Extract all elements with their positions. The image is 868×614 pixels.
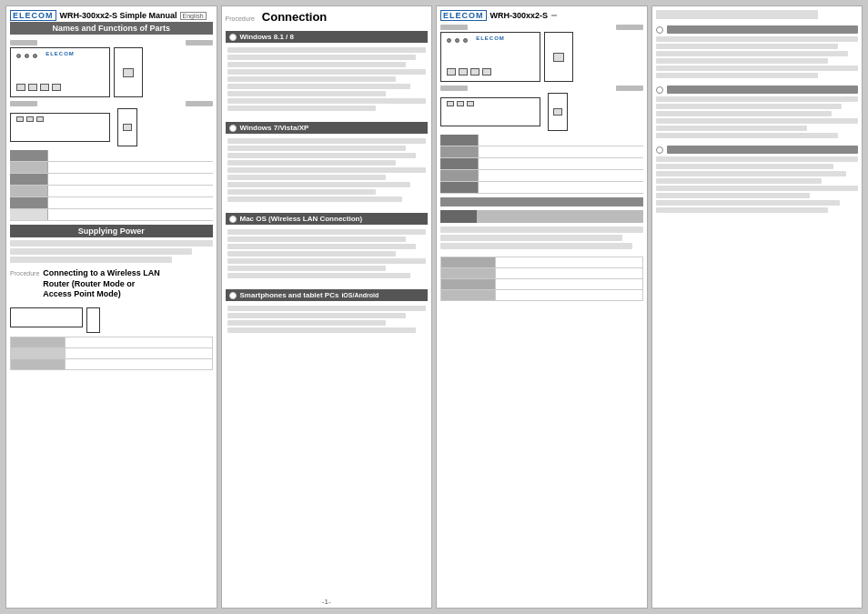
p3-separator-bar [440,197,643,206]
port-row-front [16,84,61,91]
p3-router-main-bottom [440,97,540,126]
p4-line-1-2 [656,44,838,49]
label-bottom-2 [186,101,213,106]
os-smartphone-header: Smartphones and tablet PCs iOS/Android [226,289,429,301]
mac-line-4 [227,251,397,257]
p4-content-3 [656,156,859,213]
bottom-diagram [10,307,213,333]
os-phone-label: Smartphones and tablet PCs [240,291,339,299]
small-row-3 [10,359,213,370]
p3-small-cell-right-1 [496,257,642,267]
mac-line-1 [227,229,427,235]
p3-port-1 [447,68,456,75]
page-number: -1- [322,598,331,606]
os-win8-dot [229,34,237,41]
bottom-port-1 [16,116,24,122]
small-row-2 [10,348,213,359]
router-main-front: ELECOM [10,47,110,97]
small-cell-left-2 [11,348,66,358]
small-cell-right-1 [66,337,212,347]
win7-line-1 [227,138,427,144]
win7-line-5 [227,167,427,173]
diagram-labels-top [10,40,213,45]
phone-line-3 [227,320,387,326]
p3-cell-left-5 [440,182,479,193]
p3-port-4 [482,68,491,75]
panel1-header: ELECOM WRH-300xx2-S Simple Manual Englis… [10,10,213,37]
p4-content-1 [656,36,859,82]
p3-small-cell-right-4 [496,290,642,300]
win7-line-3 [227,153,417,158]
model-text-3: WRH-300xx2-S [490,11,549,20]
model-badge-3 [551,15,557,16]
indicator-3 [33,54,37,58]
table-row-4 [10,186,213,197]
panel-right [651,5,863,609]
os-phone-sub: iOS/Android [341,292,378,298]
procedure-section: Procedure Connecting to a Wireless LAN R… [10,268,213,300]
os-win7-dot [229,125,237,132]
os-macos-header: Mac OS (Wireless LAN Connection) [226,213,429,225]
diagram-labels-bottom [10,101,213,106]
p3-side-port [553,53,564,62]
p3-small-cell-right-2 [496,268,642,278]
mac-line-6 [227,266,387,271]
procedure-title: Connecting to a Wireless LAN [43,268,159,279]
p3-side-connector [553,108,562,116]
connection-title: Connection [262,10,328,24]
p3-cell-left-3 [440,158,479,169]
p4-line-2-6 [656,133,838,138]
os-mac-dot [229,216,237,223]
os-macos-section: Mac OS (Wireless LAN Connection) [226,213,429,282]
supply-line-2 [10,248,192,255]
table-row-3 [10,174,213,186]
p3-label-bottom-1 [440,86,468,91]
router-bottom-diagram [10,108,213,146]
os-smartphone-section: Smartphones and tablet PCs iOS/Android [226,289,429,340]
mac-line-5 [227,258,427,264]
p3-parts-table [440,135,643,194]
os-windows7-section: Windows 7/Vista/XP [226,122,429,206]
p4-content-2 [656,96,859,142]
p3-router-side-bottom [548,93,568,131]
p3-bottom-port-3 [467,101,474,106]
win7-line-4 [227,160,397,166]
router-top-diagram: ELECOM [10,47,213,97]
p3-cell-right-4 [479,170,643,181]
cell-right-4 [48,186,213,196]
panel-wrh300-2: ELECOM WRH-300xx2-S ELECOM [436,5,648,609]
p3-table-row-3 [440,158,643,170]
p4-header-bar [656,10,818,19]
brand-row-1: ELECOM WRH-300xx2-S Simple Manual Englis… [10,10,213,21]
p3-line-2 [440,235,622,241]
cell-left-1 [10,150,48,161]
p3-table-row-1 [440,135,643,146]
procedure-subtitle2: Access Point Mode) [43,289,159,300]
label-front [10,40,37,45]
win7-line-9 [227,196,402,202]
win8-line-7 [227,91,387,96]
cell-right-5 [48,197,213,208]
p3-tab-area [440,210,643,223]
win7-line-2 [227,146,407,151]
p3-small-cell-left-2 [441,268,496,278]
section-title-names: Names and Functions of Parts [10,22,213,35]
port-lan3 [52,84,61,91]
small-cell-left-3 [11,359,66,369]
small-cell-left-1 [11,337,66,347]
os-phone-dot [229,292,237,299]
p3-router-bottom-diagram [440,93,643,131]
os-win7-content [226,136,429,206]
p4-line-3-1 [656,156,859,162]
win8-line-5 [227,76,397,82]
table-row-5 [10,197,213,209]
win8-line-3 [227,62,407,67]
p3-small-cell-left-3 [441,279,496,289]
p4-line-1-4 [656,58,828,64]
mac-line-3 [227,244,417,249]
p3-small-cell-right-3 [496,279,642,289]
cell-right-2 [48,162,213,173]
p3-indicator-row [447,38,468,43]
p3-small-cell-left-4 [441,290,496,300]
supply-line-3 [10,257,172,263]
